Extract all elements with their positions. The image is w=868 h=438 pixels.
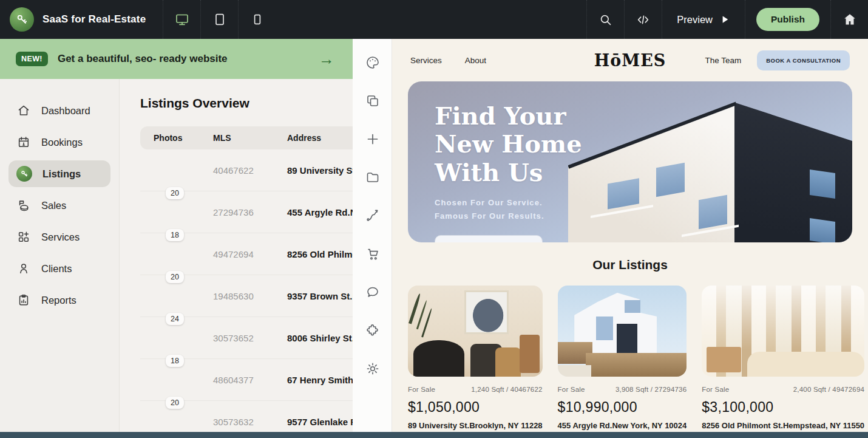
calendar-icon [16, 135, 31, 149]
topbar-actions: Preview Publish [586, 0, 868, 39]
sidebar-item-clients[interactable]: Clients [8, 255, 110, 282]
listing-card[interactable]: For Sale 1,240 Sqft / 40467622 $1,050,00… [408, 286, 543, 430]
desktop-view-button[interactable] [163, 0, 200, 39]
card-price: $10,990,000 [558, 399, 687, 416]
card-meta: For Sale 3,908 Sqft / 27294736 [558, 386, 687, 393]
tablet-icon [212, 12, 227, 27]
site-nav-links: Services About [410, 56, 486, 65]
building-window [699, 195, 727, 229]
card-price: $3,100,000 [702, 399, 864, 416]
preview-button[interactable]: Preview [662, 0, 745, 39]
photo-count-badge: 18 [166, 355, 184, 367]
walkway [558, 365, 591, 377]
card-status: For Sale [558, 386, 585, 393]
editor-tool-rail [353, 39, 392, 433]
card-status: For Sale [408, 386, 435, 393]
mobile-view-button[interactable] [238, 0, 276, 39]
nav-link-team[interactable]: The Team [705, 56, 741, 65]
building-window [656, 163, 685, 197]
sales-coins-icon [16, 199, 31, 212]
shelf [520, 335, 540, 373]
mls-number: 30573632 [213, 417, 287, 427]
publish-wrap: Publish [745, 0, 830, 39]
listing-address: 89 University St.Brooklyn, NY 11228 [287, 165, 353, 176]
publish-button[interactable]: Publish [756, 8, 819, 31]
nav-link-about[interactable]: About [465, 56, 486, 65]
card-size-mls: 2,400 Sqft / 49472694 [793, 386, 864, 393]
listing-cards: For Sale 1,240 Sqft / 40467622 $1,050,00… [408, 286, 852, 430]
puzzle-icon[interactable] [365, 323, 380, 338]
monitor-icon [175, 12, 189, 27]
listing-address: 8006 Shirley St.New York, NY [287, 333, 353, 343]
app-window: SaaS for Real-Estate [0, 0, 868, 438]
sidebar-item-label: Sales [41, 200, 66, 211]
arrow-right-icon[interactable]: → [319, 51, 334, 67]
photo-count-badge: 18 [166, 229, 184, 241]
nav-book-consultation-button[interactable]: BOOK A CONSULTATION [757, 50, 850, 70]
mls-number: 49472694 [213, 249, 287, 259]
app-title: SaaS for Real-Estate [42, 13, 146, 26]
sidebar-item-services[interactable]: Services [8, 224, 110, 250]
card-address: 8256 Old Philmont St.Hempstead, NY 11550 [702, 421, 864, 430]
column-address: Address [287, 133, 353, 143]
hero-book-consultation-button[interactable]: BOOK A CONSULTATION [435, 235, 543, 242]
chat-icon[interactable] [365, 285, 380, 299]
sidebar-item-label: Bookings [41, 137, 83, 148]
site-nav: Services About HōMES The Team BOOK A CON… [392, 39, 868, 81]
listings-overview-panel: Listings Overview Photos MLS Address 20 … [120, 79, 353, 433]
clients-person-icon [16, 262, 31, 275]
listings-table: Photos MLS Address 20 40467622 89 Univer… [140, 126, 353, 433]
listing-card[interactable]: For Sale 3,908 Sqft / 27294736 $10,990,0… [558, 286, 687, 430]
listing-address: 455 Argyle Rd.New York, NY 10024 [287, 207, 353, 217]
table-row[interactable]: 20 40467622 89 University St.Brooklyn, N… [140, 149, 353, 191]
site-logo: HōMES [594, 51, 666, 70]
folder-icon[interactable] [365, 170, 380, 185]
column-mls: MLS [213, 133, 287, 143]
sidebar-item-label: Dashboard [41, 105, 90, 117]
device-toggle-group [163, 0, 276, 39]
dining-table [413, 340, 464, 377]
wall-art [464, 290, 509, 334]
sidebar-item-reports[interactable]: Reports [8, 287, 110, 313]
app-brand: SaaS for Real-Estate [0, 7, 163, 32]
mls-number: 27294736 [213, 207, 287, 217]
site-preview: Services About HōMES The Team BOOK A CON… [392, 39, 868, 433]
code-view-button[interactable] [624, 0, 662, 39]
listing-card-photo [702, 286, 864, 377]
sidebar-item-label: Clients [41, 263, 72, 275]
listing-address: 9577 Glenlake Rd.New York, NY [287, 417, 353, 427]
path-connector-icon[interactable] [365, 208, 380, 223]
reports-clipboard-icon [16, 293, 31, 307]
sidebar-item-sales[interactable]: Sales [8, 192, 110, 219]
sidebar-item-bookings[interactable]: Bookings [8, 129, 110, 156]
sidebar: Dashboard Bookings Listings [0, 79, 120, 433]
listing-card[interactable]: For Sale 2,400 Sqft / 49472694 $3,100,00… [702, 286, 864, 430]
search-button[interactable] [586, 0, 624, 39]
mls-number: 30573652 [213, 333, 287, 343]
site-nav-right: The Team BOOK A CONSULTATION [705, 50, 850, 70]
gear-icon[interactable] [365, 361, 380, 376]
sidebar-item-dashboard[interactable]: Dashboard [8, 97, 110, 124]
promo-banner[interactable]: NEW! Get a beautiful, seo- ready website… [0, 39, 353, 79]
hero-subtitle: Chosen For Our Service. Famous For Our R… [435, 196, 582, 223]
add-section-icon[interactable] [365, 132, 380, 146]
stone-wall [586, 353, 687, 377]
column-photos: Photos [140, 133, 213, 143]
hero-building-image [568, 81, 852, 242]
sidebar-item-listings[interactable]: Listings [8, 160, 110, 187]
hero-section: Find Your New Home With Us Chosen For Ou… [408, 81, 852, 242]
mls-number: 48604377 [213, 375, 287, 385]
nav-link-services[interactable]: Services [410, 56, 442, 65]
plant [409, 293, 421, 324]
home-button[interactable] [830, 0, 868, 39]
tablet-view-button[interactable] [200, 0, 238, 39]
card-meta: For Sale 1,240 Sqft / 40467622 [408, 386, 543, 393]
listing-address: 9357 Brown St.Bronx, NY 10451 [287, 291, 353, 301]
cart-icon[interactable] [365, 247, 380, 261]
photo-count-badge: 20 [166, 397, 184, 409]
sidebar-item-label: Listings [42, 168, 81, 180]
pages-copy-icon[interactable] [365, 94, 380, 108]
building-window [810, 218, 835, 242]
desk [707, 347, 741, 372]
palette-icon[interactable] [365, 55, 380, 70]
